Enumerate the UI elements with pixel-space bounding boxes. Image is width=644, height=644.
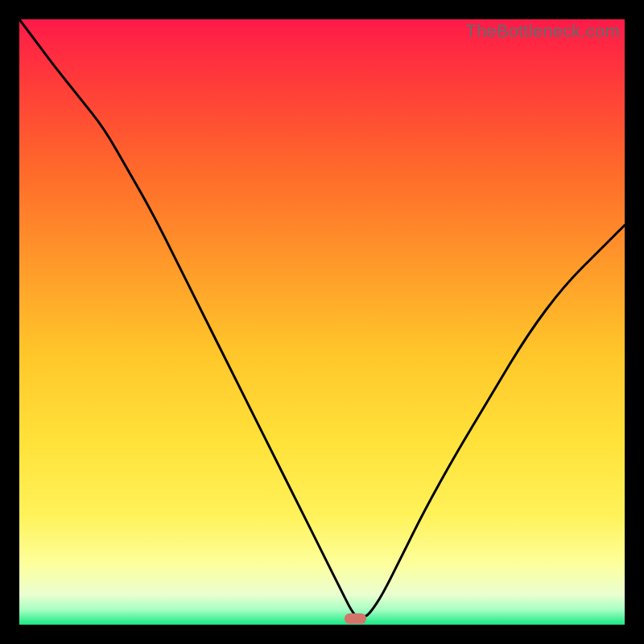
plot-area: TheBottleneck.com: [19, 19, 625, 625]
optimal-marker: [345, 613, 366, 624]
chart-stage: { "watermark": "TheBottleneck.com", "col…: [0, 0, 644, 644]
bottleneck-curve: [19, 19, 625, 625]
watermark-label: TheBottleneck.com: [465, 21, 620, 42]
